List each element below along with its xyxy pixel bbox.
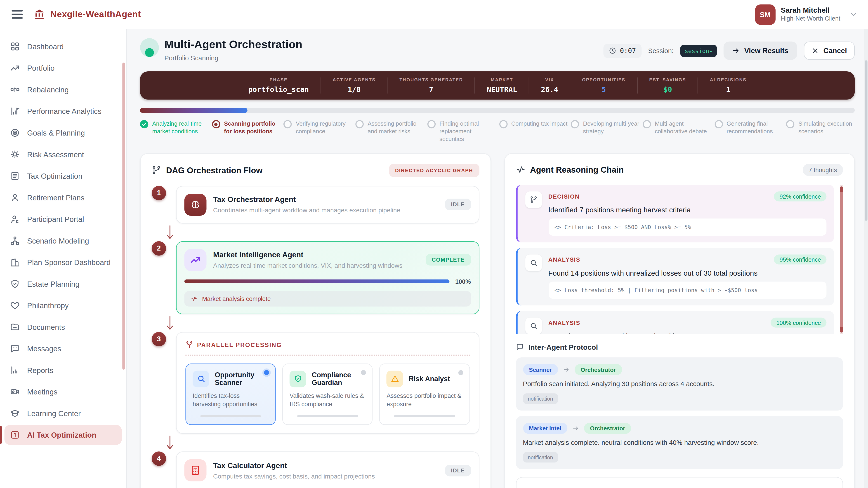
autonomous-decisions-card: Autonomous AI Decisions xyxy=(516,477,843,488)
run-progress-fill xyxy=(140,108,247,113)
node-number: 1 xyxy=(152,186,166,200)
step-9: Generating final recommendations xyxy=(715,120,783,143)
page-scrollbar[interactable] xyxy=(864,29,868,488)
arrow-right-icon xyxy=(572,425,579,431)
agent-progress-track xyxy=(184,280,450,283)
flow-arrow-icon xyxy=(166,225,479,239)
node-number: 4 xyxy=(152,452,166,466)
sidebar-item-participant-portal[interactable]: Participant Portal xyxy=(4,209,122,229)
sidebar-item-rebalancing[interactable]: Rebalancing xyxy=(4,80,122,100)
from-agent-badge: Scanner xyxy=(523,364,558,375)
sidebar-item-learning-center[interactable]: Learning Center xyxy=(4,403,122,423)
page-scrollbar-thumb[interactable] xyxy=(865,60,867,221)
from-agent-badge: Market Intel xyxy=(523,422,567,433)
bank-logo-icon xyxy=(33,8,45,21)
folder-icon xyxy=(10,322,20,332)
thought-code: <> Criteria: Loss >= $500 AND Loss% >= 5… xyxy=(548,218,827,235)
zap-icon xyxy=(525,487,533,488)
sidebar-item-goals-planning[interactable]: Goals & Planning xyxy=(4,123,122,143)
subagent-opportunity-scanner: Opportunity Scanner Identifies tax-loss … xyxy=(185,363,276,425)
sidebar-item-reports[interactable]: Reports xyxy=(4,360,122,380)
dag-node-market-intelligence: 2 Market Intelligence Agent Analyzes rea… xyxy=(152,241,479,314)
message-type-tag: notification xyxy=(523,393,558,404)
sidebar-item-scenario-modeling[interactable]: Scenario Modeling xyxy=(4,231,122,251)
status-pulse-icon xyxy=(140,38,159,64)
dag-title: DAG Orchestration Flow xyxy=(166,165,263,175)
alert-triangle-icon xyxy=(386,370,403,387)
sidebar-item-retirement-plans[interactable]: Retirement Plans xyxy=(4,188,122,207)
thoughts-scrollbar-thumb[interactable] xyxy=(840,186,843,332)
search-icon xyxy=(525,254,541,271)
scale-icon xyxy=(10,85,20,95)
sidebar-item-documents[interactable]: Documents xyxy=(4,317,122,337)
step-5: Finding optimal replacement securities xyxy=(427,120,496,143)
sidebar-scrollbar[interactable] xyxy=(122,63,125,369)
sidebar-item-ai-tax-optimization[interactable]: AI Tax Optimization xyxy=(4,425,122,445)
sidebar-item-meetings[interactable]: Meetings xyxy=(4,382,122,402)
status-badge: IDLE xyxy=(445,465,471,476)
confidence-badge: 100% confidence xyxy=(771,318,827,327)
sidebar-item-dashboard[interactable]: Dashboard xyxy=(4,37,122,57)
thoughts-scrollbar[interactable] xyxy=(840,185,843,334)
stat-thoughts-generated: THOUGHTS GENERATED 7 xyxy=(388,77,475,94)
brain-icon xyxy=(184,193,207,216)
sidebar-item-tax-optimization[interactable]: Tax Optimization xyxy=(4,166,122,186)
thought-decision: DECISION 92% confidence Identified 7 pos… xyxy=(516,185,834,242)
to-agent-badge: Orchestrator xyxy=(575,364,622,375)
video-icon xyxy=(10,387,20,397)
sidebar-item-philanthropy[interactable]: Philanthropy xyxy=(4,295,122,315)
cancel-button[interactable]: Cancel xyxy=(804,41,855,60)
agent-progress-label: 100% xyxy=(455,278,471,285)
run-header: Multi-Agent Orchestration Portfolio Scan… xyxy=(140,38,855,64)
dag-badge: DIRECTED ACYCLIC GRAPH xyxy=(389,164,479,177)
arrow-right-icon xyxy=(563,366,569,372)
message-dots-icon xyxy=(10,344,20,354)
sidebar-item-performance-analytics[interactable]: Performance Analytics xyxy=(4,101,122,121)
view-results-button[interactable]: View Results xyxy=(724,41,798,60)
pending-step-icon xyxy=(643,120,651,128)
sun-gauge-icon xyxy=(10,149,20,159)
step-7: Developing multi-year strategy xyxy=(571,120,639,143)
sidebar-item-estate-planning[interactable]: Estate Planning xyxy=(4,274,122,294)
trending-up-icon xyxy=(10,63,20,73)
run-progress-track xyxy=(140,108,855,113)
activity-icon xyxy=(191,295,197,302)
sidebar-item-risk-assessment[interactable]: Risk Assessment xyxy=(4,144,122,164)
agent-progress-fill xyxy=(184,280,450,283)
confidence-badge: 95% confidence xyxy=(774,254,827,264)
stat-ai-decisions: AI DECISIONS 1 xyxy=(698,77,758,94)
hamburger-menu-icon[interactable] xyxy=(10,7,24,22)
subagent-progress xyxy=(200,415,261,417)
pending-step-icon xyxy=(499,120,507,128)
pending-step-icon xyxy=(284,120,292,128)
sidebar-item-plan-sponsor-dashboard[interactable]: Plan Sponsor Dashboard xyxy=(4,252,122,272)
clock-icon xyxy=(609,47,616,54)
dag-node-tax-orchestrator: 1 Tax Orchestrator Agent Coordinates mul… xyxy=(152,186,479,223)
flow-arrow-icon xyxy=(166,435,479,450)
chevron-down-icon[interactable] xyxy=(849,10,858,19)
arrow-right-icon xyxy=(733,47,740,54)
dag-node-parallel-processing: 3 PARALLEL PROCESSING xyxy=(152,332,479,434)
sidebar-item-portfolio[interactable]: Portfolio xyxy=(4,58,122,78)
dag-panel: DAG Orchestration Flow DIRECTED ACYCLIC … xyxy=(140,153,491,488)
subagent-progress xyxy=(297,415,358,417)
message-square-icon xyxy=(516,343,523,351)
active-step-icon xyxy=(212,120,220,128)
avatar[interactable]: SM xyxy=(755,4,775,25)
flow-arrow-icon xyxy=(166,316,479,330)
thought-list[interactable]: DECISION 92% confidence Identified 7 pos… xyxy=(516,185,843,334)
page-title: Multi-Agent Orchestration xyxy=(164,38,302,51)
stat-vix: VIX 26.4 xyxy=(529,77,570,94)
network-icon xyxy=(10,236,20,246)
protocol-message: Market Intel Orchestrator Market analysi… xyxy=(516,416,843,469)
thought-analysis: ANALYSIS 100% confidence Scanning 4 acco… xyxy=(516,311,834,334)
user-menu[interactable]: SM Sarah Mitchell High-Net-Worth Client xyxy=(755,4,858,25)
step-6: Computing tax impact xyxy=(499,120,567,143)
timer-value: 0:07 xyxy=(620,47,636,55)
message-type-tag: notification xyxy=(523,452,558,462)
stats-bar: PHASE portfolio_scan ACTIVE AGENTS 1/8 T… xyxy=(140,71,855,100)
timer-pill: 0:07 xyxy=(603,43,642,58)
sidebar-item-messages[interactable]: Messages xyxy=(4,339,122,359)
dotted-divider xyxy=(185,355,470,356)
app-root: Nexgile-WealthAgent SM Sarah Mitchell Hi… xyxy=(0,0,868,488)
